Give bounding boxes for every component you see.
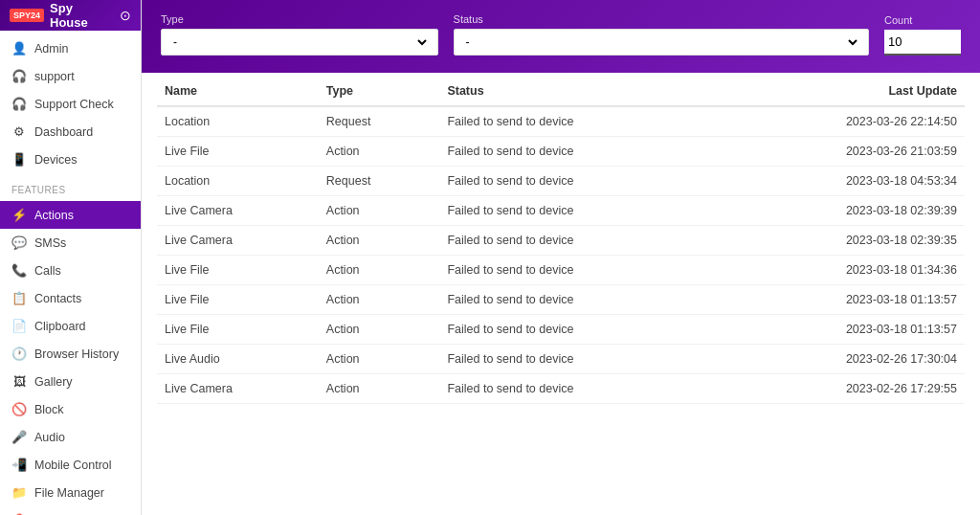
sidebar-item-devices[interactable]: 📱Devices [0, 146, 141, 173]
sidebar-label-block: Block [34, 403, 64, 416]
sidebar-item-calls[interactable]: 📞Calls [0, 257, 141, 284]
cell-type-7: Action [319, 315, 440, 345]
admin-icon: 👤 [11, 41, 27, 56]
type-select-wrap: - Request Action [161, 29, 438, 56]
cell-name-4: Live Camera [157, 226, 319, 256]
filter-row: Type - Request Action Status - Failed to… [161, 13, 961, 56]
sidebar-header: SPY24 Spy House ⊙ [0, 0, 141, 31]
cell-type-1: Action [319, 137, 440, 167]
sidebar-item-admin[interactable]: 👤Admin [0, 34, 141, 62]
table-row: Live File Action Failed to send to devic… [157, 315, 965, 345]
cell-last-update-9: 2023-02-26 17:29:55 [763, 374, 965, 404]
table-row: Location Request Failed to send to devic… [157, 106, 965, 137]
sidebar-label-clipboard: Clipboard [34, 320, 86, 333]
block-icon: 🚫 [11, 402, 27, 416]
cell-status-7: Failed to send to device [439, 315, 763, 345]
cell-name-9: Live Camera [157, 374, 319, 404]
cell-status-1: Failed to send to device [439, 137, 763, 167]
table-header-row: Name Type Status Last Update [157, 73, 965, 106]
cell-last-update-1: 2023-03-26 21:03:59 [763, 137, 965, 167]
cell-type-5: Action [319, 256, 440, 285]
features-section-label: FEATURES [0, 177, 141, 197]
smss-icon: 💬 [11, 235, 27, 250]
cell-last-update-4: 2023-03-18 02:39:35 [763, 226, 965, 256]
cell-name-2: Location [157, 167, 319, 196]
cell-last-update-2: 2023-03-18 04:53:34 [763, 167, 965, 196]
cell-last-update-7: 2023-03-18 01:13:57 [763, 315, 965, 345]
type-select[interactable]: - Request Action [169, 34, 430, 50]
table-row: Live File Action Failed to send to devic… [157, 256, 965, 285]
file-manager-icon: 📁 [11, 485, 27, 500]
sidebar-label-dashboard: Dashboard [34, 125, 93, 139]
clipboard-icon: 📄 [11, 319, 27, 333]
table-row: Live File Action Failed to send to devic… [157, 137, 965, 167]
sidebar-label-admin: Admin [34, 42, 68, 56]
audio-icon: 🎤 [11, 430, 27, 444]
count-input[interactable] [888, 34, 946, 49]
cell-name-6: Live File [157, 285, 319, 315]
cell-type-0: Request [319, 106, 440, 137]
col-header-last-update: Last Update [763, 73, 965, 106]
support-icon: 🎧 [11, 69, 27, 83]
cell-name-1: Live File [157, 137, 319, 167]
cell-name-0: Location [157, 106, 319, 137]
sidebar-item-support-check[interactable]: 🎧Support Check [0, 90, 141, 118]
table-row: Live Camera Action Failed to send to dev… [157, 226, 965, 256]
sidebar-label-support-check: Support Check [34, 98, 114, 111]
count-filter-group: Count [884, 14, 961, 56]
sidebar-label-contacts: Contacts [34, 292, 81, 305]
sidebar-label-calls: Calls [34, 264, 61, 278]
actions-table: Name Type Status Last Update Location Re… [157, 73, 965, 404]
cell-status-0: Failed to send to device [439, 106, 763, 137]
sidebar-label-mobile-control: Mobile Control [34, 459, 112, 472]
table-row: Live Camera Action Failed to send to dev… [157, 196, 965, 226]
col-header-name: Name [157, 73, 319, 106]
sidebar-item-block[interactable]: 🚫Block [0, 395, 141, 423]
sidebar-item-smss[interactable]: 💬SMSs [0, 229, 141, 257]
sidebar-item-mobile-control[interactable]: 📲Mobile Control [0, 451, 141, 479]
type-label: Type [161, 13, 438, 25]
pin-icon[interactable]: ⊙ [120, 8, 131, 23]
cell-type-3: Action [319, 196, 440, 226]
cell-type-6: Action [319, 285, 440, 315]
sidebar-label-smss: SMSs [34, 236, 66, 250]
cell-status-3: Failed to send to device [439, 196, 763, 226]
sidebar-item-gallery[interactable]: 🖼Gallery [0, 368, 141, 395]
table-row: Live File Action Failed to send to devic… [157, 285, 965, 315]
sidebar-item-dashboard[interactable]: ⚙Dashboard [0, 118, 141, 146]
support-check-icon: 🎧 [11, 97, 27, 111]
sidebar-item-audio[interactable]: 🎤Audio [0, 423, 141, 451]
sidebar-item-file-manager[interactable]: 📁File Manager [0, 479, 141, 506]
sidebar-label-devices: Devices [34, 153, 77, 167]
col-header-status: Status [439, 73, 763, 106]
mobile-control-icon: 📲 [11, 458, 27, 472]
sidebar-item-browser-history[interactable]: 🕐Browser History [0, 340, 141, 368]
sidebar-item-contacts[interactable]: 📋Contacts [0, 284, 141, 312]
status-select[interactable]: - Failed to send to device Success [462, 34, 860, 50]
filter-bar: Type - Request Action Status - Failed to… [142, 0, 980, 73]
table-area: Name Type Status Last Update Location Re… [142, 73, 980, 515]
sidebar-item-location[interactable]: 📍Location› [0, 506, 141, 515]
cell-name-8: Live Audio [157, 345, 319, 374]
table-body: Location Request Failed to send to devic… [157, 106, 965, 404]
sidebar: SPY24 Spy House ⊙ 👤Admin🎧support🎧Support… [0, 0, 142, 515]
dashboard-icon: ⚙ [11, 124, 27, 139]
calls-icon: 📞 [11, 263, 27, 278]
cell-status-2: Failed to send to device [439, 167, 763, 196]
sidebar-label-actions: Actions [34, 209, 74, 222]
sidebar-top-nav: 👤Admin🎧support🎧Support Check⚙Dashboard📱D… [0, 31, 141, 177]
count-input-wrap [884, 30, 961, 56]
cell-type-2: Request [319, 167, 440, 196]
devices-icon: 📱 [11, 152, 27, 167]
sidebar-item-support[interactable]: 🎧support [0, 62, 141, 90]
status-filter-group: Status - Failed to send to device Succes… [454, 13, 869, 56]
type-filter-group: Type - Request Action [161, 13, 438, 56]
sidebar-item-clipboard[interactable]: 📄Clipboard [0, 312, 141, 340]
sidebar-label-browser-history: Browser History [34, 347, 119, 361]
status-select-wrap: - Failed to send to device Success [454, 29, 869, 56]
sidebar-label-file-manager: File Manager [34, 486, 104, 500]
sidebar-item-actions[interactable]: ⚡Actions [0, 201, 141, 229]
cell-status-5: Failed to send to device [439, 256, 763, 285]
gallery-icon: 🖼 [11, 374, 27, 389]
browser-history-icon: 🕐 [11, 347, 27, 361]
